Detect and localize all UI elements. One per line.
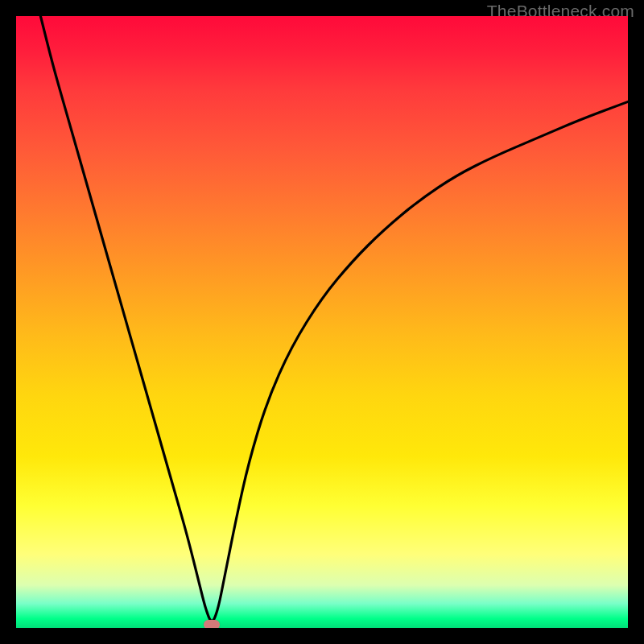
bottleneck-curve bbox=[40, 16, 628, 621]
curve-svg bbox=[16, 16, 628, 628]
min-marker bbox=[204, 620, 220, 628]
chart-frame: TheBottleneck.com bbox=[0, 0, 644, 644]
plot-area bbox=[16, 16, 628, 628]
